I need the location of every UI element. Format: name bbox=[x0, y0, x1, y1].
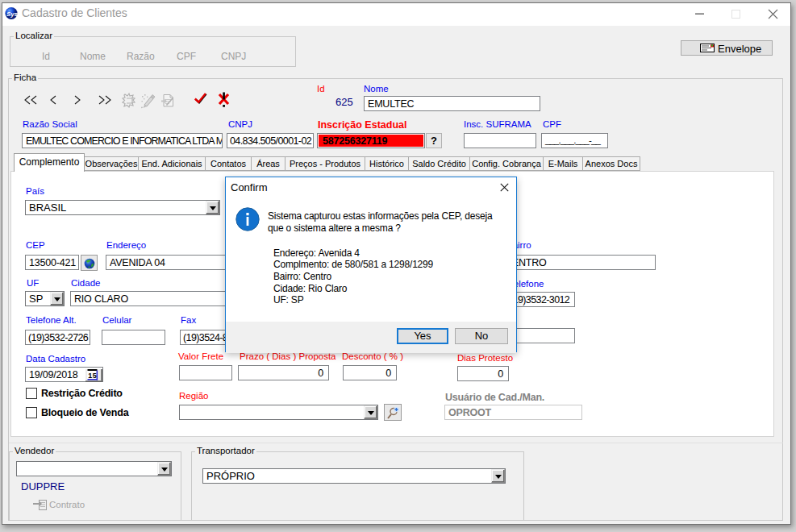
svg-text:15: 15 bbox=[88, 372, 97, 380]
svg-text:Sys: Sys bbox=[6, 10, 18, 18]
